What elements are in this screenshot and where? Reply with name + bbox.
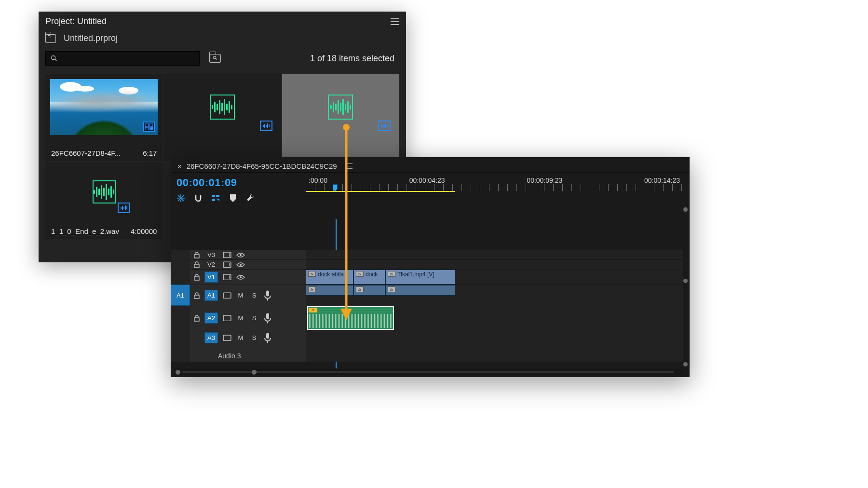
solo-toggle[interactable]: S bbox=[250, 314, 258, 322]
solo-toggle[interactable]: S bbox=[250, 292, 258, 299]
snap-icon[interactable] bbox=[194, 194, 203, 203]
sequence-badge-icon bbox=[143, 122, 155, 132]
folder-up-icon[interactable] bbox=[45, 34, 56, 43]
solo-toggle[interactable]: S bbox=[250, 334, 258, 341]
track-patch[interactable] bbox=[171, 250, 190, 259]
track-header-v1[interactable]: V1 bbox=[190, 269, 306, 285]
track-lane[interactable] bbox=[306, 250, 683, 259]
eye-icon[interactable] bbox=[236, 262, 245, 268]
audio-only-badge-icon bbox=[378, 121, 391, 131]
project-panel-title: Project: Untitled bbox=[45, 16, 107, 27]
track-lane[interactable] bbox=[306, 259, 683, 269]
svg-point-14 bbox=[240, 254, 242, 256]
svg-point-18 bbox=[240, 264, 242, 266]
track-label[interactable]: A3 bbox=[204, 332, 218, 343]
svg-rect-7 bbox=[149, 127, 153, 130]
vertical-scroll[interactable] bbox=[682, 188, 689, 368]
mute-toggle[interactable]: M bbox=[236, 334, 245, 341]
track-output-icon[interactable] bbox=[223, 335, 231, 341]
bin-item[interactable] bbox=[163, 74, 281, 161]
svg-rect-15 bbox=[223, 262, 231, 267]
track-output-icon[interactable] bbox=[223, 315, 231, 322]
sequence-tab-name[interactable]: 26FC6607-27D8-4F65-95CC-1BDCB24C9C29 bbox=[187, 162, 337, 170]
video-clip[interactable]: fxdock bbox=[353, 270, 385, 285]
voiceover-mic-icon[interactable] bbox=[263, 312, 272, 324]
bin-item-selected[interactable] bbox=[282, 74, 399, 161]
lock-icon[interactable] bbox=[194, 261, 200, 268]
svg-point-2 bbox=[214, 56, 216, 59]
nest-icon[interactable] bbox=[176, 194, 185, 203]
bin-item[interactable]: 26FC6607-27D8-4F... 6:17 bbox=[45, 74, 163, 161]
music-clip-selected[interactable]: fx bbox=[308, 307, 393, 329]
track-header-v2[interactable]: V2 bbox=[190, 259, 306, 269]
marker-icon[interactable] bbox=[229, 194, 237, 203]
svg-rect-25 bbox=[223, 315, 231, 321]
lock-icon[interactable] bbox=[194, 252, 200, 258]
timecode-display[interactable]: 00:00:01:09 bbox=[176, 176, 300, 189]
time-ruler[interactable]: :00:00 00:00:04:23 00:00:09:23 00:00:14:… bbox=[306, 173, 690, 203]
track-lane-v1[interactable]: fxdock atitla fxdock fxTlkal1.mp4 [V] bbox=[306, 269, 683, 285]
folder-search-icon[interactable] bbox=[209, 54, 221, 63]
bin-item-name: 1_1_0_End_e_2.wav bbox=[51, 227, 119, 235]
eye-icon[interactable] bbox=[236, 274, 245, 280]
track-header-v3[interactable]: V3 bbox=[190, 250, 306, 259]
track-output-icon[interactable] bbox=[223, 261, 231, 268]
track-header-a2[interactable]: A2 M S bbox=[190, 306, 306, 330]
lock-icon[interactable] bbox=[194, 274, 200, 281]
playhead-marker[interactable] bbox=[333, 184, 339, 192]
track-patch[interactable] bbox=[171, 259, 190, 269]
ruler-tick-label: 00:00:09:23 bbox=[527, 176, 562, 184]
source-patch-a1[interactable]: A1 bbox=[171, 285, 190, 306]
track-lane-a2[interactable]: fx bbox=[306, 306, 683, 330]
mute-toggle[interactable]: M bbox=[236, 292, 245, 299]
audio-only-badge-icon bbox=[260, 121, 272, 131]
lock-icon[interactable] bbox=[194, 292, 200, 299]
track-header-a3[interactable]: A3 M S Audio 3 bbox=[190, 330, 306, 362]
track-output-icon[interactable] bbox=[223, 292, 231, 299]
track-header-a1[interactable]: A1 M S bbox=[190, 285, 306, 306]
svg-rect-5 bbox=[149, 123, 153, 126]
eye-icon[interactable] bbox=[236, 252, 245, 258]
track-lane-a1[interactable]: fx fx fx bbox=[306, 285, 683, 306]
timeline-menu-icon[interactable] bbox=[345, 163, 353, 169]
ruler-ticks bbox=[306, 184, 683, 191]
clip-name: dock atitla bbox=[318, 271, 344, 278]
mute-toggle[interactable]: M bbox=[236, 314, 245, 322]
audio-clip[interactable]: fx bbox=[306, 285, 353, 296]
waveform-icon bbox=[309, 314, 392, 328]
track-output-icon[interactable] bbox=[223, 274, 231, 281]
settings-wrench-icon[interactable] bbox=[246, 194, 255, 203]
bin-item[interactable]: 1_1_0_End_e_2.wav 4:00000 bbox=[45, 162, 163, 239]
track-patch[interactable] bbox=[171, 306, 190, 330]
track-label[interactable]: A2 bbox=[204, 312, 218, 324]
track-patch[interactable] bbox=[171, 269, 190, 285]
close-sequence-button[interactable]: × bbox=[177, 162, 182, 170]
voiceover-mic-icon[interactable] bbox=[263, 290, 272, 301]
video-clip[interactable]: fxTlkal1.mp4 [V] bbox=[385, 270, 455, 285]
audio-clip[interactable]: fx bbox=[385, 285, 455, 296]
track-patch[interactable] bbox=[171, 330, 190, 362]
audio-thumbnail bbox=[74, 167, 134, 217]
panel-menu-icon[interactable] bbox=[391, 18, 399, 25]
fx-badge-icon: fx bbox=[356, 286, 364, 292]
track-label: V2 bbox=[204, 259, 218, 270]
video-thumbnail bbox=[50, 79, 158, 135]
fx-badge-icon: fx bbox=[308, 286, 316, 292]
audio-clip[interactable]: fx bbox=[353, 285, 385, 296]
svg-rect-9 bbox=[216, 195, 219, 197]
audio-only-badge-icon bbox=[118, 203, 130, 213]
timeline-zoom-scroll[interactable] bbox=[175, 369, 682, 375]
track-output-icon[interactable] bbox=[223, 252, 231, 258]
work-area-bar[interactable] bbox=[306, 191, 455, 192]
lock-icon[interactable] bbox=[194, 315, 200, 322]
audio-waveform-icon bbox=[93, 180, 116, 203]
voiceover-mic-icon[interactable] bbox=[263, 332, 272, 344]
linked-selection-icon[interactable] bbox=[211, 194, 220, 203]
track-label[interactable]: A1 bbox=[204, 290, 218, 301]
clip-name: dock bbox=[366, 271, 378, 278]
track-label[interactable]: V1 bbox=[204, 271, 218, 283]
track-lane-a3[interactable] bbox=[306, 330, 683, 362]
svg-rect-26 bbox=[266, 313, 269, 319]
video-clip[interactable]: fxdock atitla bbox=[306, 270, 353, 285]
search-input[interactable] bbox=[45, 51, 200, 66]
